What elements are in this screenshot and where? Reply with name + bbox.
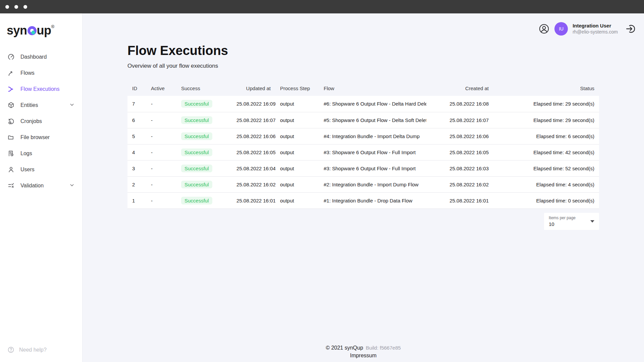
cell-active: - — [146, 192, 176, 208]
impressum-link[interactable]: Impressum — [83, 353, 644, 359]
sidebar-item-validation[interactable]: Validation — [0, 178, 82, 194]
table-row[interactable]: 1 - Successful 25.08.2022 16:01 output #… — [127, 192, 599, 208]
profile-button[interactable] — [538, 23, 550, 35]
cell-active: - — [146, 128, 176, 144]
cell-active: - — [146, 160, 176, 176]
cell-updated-at: 25.08.2022 16:05 — [232, 144, 275, 160]
window-titlebar — [0, 0, 644, 13]
sidebar-item-flows[interactable]: Flows — [0, 65, 82, 81]
cronjobs-icon — [7, 118, 15, 125]
sidebar: syn up ® Dashboard Flows — [0, 13, 83, 362]
person-circle-icon — [538, 23, 550, 35]
cell-success: Successful — [176, 176, 232, 192]
table-row[interactable]: 2 - Successful 25.08.2022 16:02 output #… — [127, 176, 599, 192]
sidebar-item-label: Dashboard — [20, 54, 47, 60]
table-row[interactable]: 4 - Successful 25.08.2022 16:05 output #… — [127, 144, 599, 160]
folder-icon — [7, 134, 15, 141]
chevron-down-icon — [69, 182, 75, 188]
window-control-dot[interactable] — [5, 5, 9, 9]
sidebar-item-label: File browser — [20, 134, 50, 140]
cell-success: Successful — [176, 192, 232, 208]
cell-success: Successful — [176, 160, 232, 176]
sidebar-item-file-browser[interactable]: File browser — [0, 129, 82, 145]
cell-status: Elapsed time: 42 second(s) — [493, 144, 599, 160]
cell-active: - — [146, 176, 176, 192]
sidebar-item-logs[interactable]: Logs — [0, 145, 82, 162]
sidebar-item-dashboard[interactable]: Dashboard — [0, 49, 82, 65]
footer: © 2021 synQupBuild: f5667e85 Impressum — [83, 345, 644, 362]
window-control-dot[interactable] — [23, 5, 27, 9]
sidebar-nav: Dashboard Flows Flow Executions Enti — [0, 49, 82, 194]
user-info: Integration User rh@elio-systems.com — [573, 23, 618, 35]
sidebar-item-entities[interactable]: Entities — [0, 97, 82, 113]
column-header-updated-at: Updated at — [232, 82, 275, 96]
user-icon — [7, 166, 15, 173]
cell-id: 6 — [127, 112, 146, 128]
registered-mark: ® — [51, 24, 54, 29]
cell-created-at: 25.08.2022 16:08 — [426, 96, 493, 112]
topbar: IU Integration User rh@elio-systems.com — [83, 13, 644, 36]
cell-id: 1 — [127, 192, 146, 208]
sidebar-item-label: Cronjobs — [20, 118, 42, 124]
logo-q-icon — [28, 26, 37, 35]
cell-flow: #3: Shopware 6 Output Flow - Full Import — [319, 160, 426, 176]
cell-process-step: output — [275, 144, 319, 160]
page-title: Flow Executions — [127, 44, 599, 58]
table-row[interactable]: 6 - Successful 25.08.2022 16:07 output #… — [127, 112, 599, 128]
logo-text-syn: syn — [7, 23, 27, 38]
cell-process-step: output — [275, 192, 319, 208]
status-badge: Successful — [181, 165, 212, 172]
logout-button[interactable] — [625, 23, 637, 35]
window-control-dot[interactable] — [14, 5, 18, 9]
column-header-flow: Flow — [319, 82, 426, 96]
cell-id: 3 — [127, 160, 146, 176]
items-per-page-select[interactable]: Items per page 10 — [544, 213, 599, 230]
flows-icon — [7, 69, 15, 77]
cell-process-step: output — [275, 96, 319, 112]
column-header-process-step: Process Step — [275, 82, 319, 96]
chevron-down-icon — [69, 102, 75, 108]
cell-flow: #4: Integration Bundle - Import Delta Du… — [319, 128, 426, 144]
cell-created-at: 25.08.2022 16:03 — [426, 160, 493, 176]
page-content: Flow Executions Overview of all your flo… — [83, 36, 644, 230]
sidebar-item-label: Entities — [20, 102, 38, 108]
sidebar-item-label: Users — [20, 167, 35, 173]
cell-updated-at: 25.08.2022 16:01 — [232, 192, 275, 208]
cell-id: 4 — [127, 144, 146, 160]
column-header-status: Status — [493, 82, 599, 96]
cell-status: Elapsed time: 29 second(s) — [493, 96, 599, 112]
user-name: Integration User — [573, 23, 618, 29]
need-help-link[interactable]: Need help? — [0, 346, 82, 362]
logout-icon — [625, 23, 637, 35]
table-row[interactable]: 3 - Successful 25.08.2022 16:04 output #… — [127, 160, 599, 176]
footer-build: Build: f5667e85 — [366, 345, 401, 351]
need-help-label: Need help? — [19, 347, 47, 353]
column-header-id: ID — [127, 82, 146, 96]
sidebar-item-flow-executions[interactable]: Flow Executions — [0, 81, 82, 97]
cell-process-step: output — [275, 176, 319, 192]
table-row[interactable]: 7 - Successful 25.08.2022 16:09 output #… — [127, 96, 599, 112]
column-header-created-at: Created at — [426, 82, 493, 96]
user-avatar[interactable]: IU — [554, 22, 568, 36]
cell-flow: #1: Integration Bundle - Drop Data Flow — [319, 192, 426, 208]
sidebar-item-cronjobs[interactable]: Cronjobs — [0, 113, 82, 129]
column-header-active: Active — [146, 82, 176, 96]
status-badge: Successful — [181, 197, 212, 204]
cell-created-at: 25.08.2022 16:02 — [426, 176, 493, 192]
items-per-page-label: Items per page — [549, 216, 594, 220]
column-header-success: Success — [176, 82, 232, 96]
table-header-row: ID Active Success Updated at Process Ste… — [127, 82, 599, 96]
main-area: IU Integration User rh@elio-systems.com … — [83, 13, 644, 362]
cell-updated-at: 25.08.2022 16:09 — [232, 96, 275, 112]
table-row[interactable]: 5 - Successful 25.08.2022 16:06 output #… — [127, 128, 599, 144]
status-badge: Successful — [181, 181, 212, 188]
cell-updated-at: 25.08.2022 16:06 — [232, 128, 275, 144]
cell-status: Elapsed time: 6 second(s) — [493, 128, 599, 144]
flow-executions-icon — [7, 85, 15, 93]
cell-id: 5 — [127, 128, 146, 144]
cell-active: - — [146, 112, 176, 128]
footer-copyright: © 2021 synQup — [326, 345, 363, 351]
cell-updated-at: 25.08.2022 16:07 — [232, 112, 275, 128]
sidebar-item-users[interactable]: Users — [0, 162, 82, 178]
status-badge: Successful — [181, 132, 212, 140]
